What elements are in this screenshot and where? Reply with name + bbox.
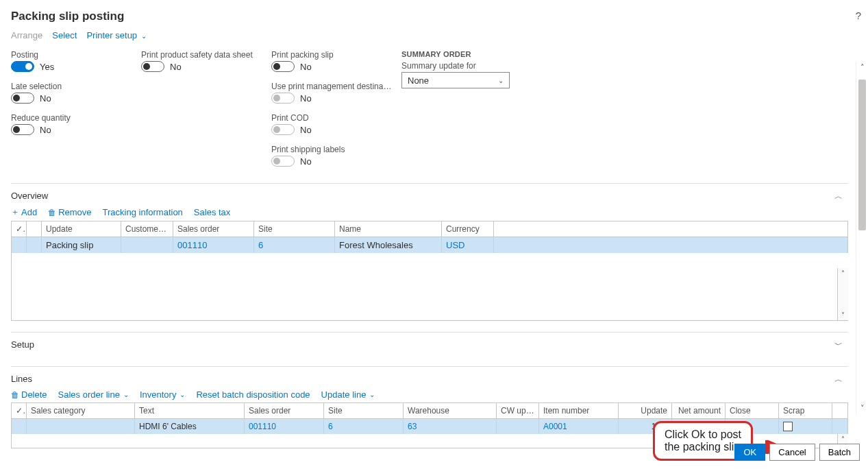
summary-update-for-select[interactable]: None ⌄ <box>401 72 510 88</box>
setup-title: Setup <box>11 339 848 350</box>
lines-row-site[interactable]: 6 <box>324 419 404 434</box>
lines-sol-label: Sales order line <box>58 389 120 400</box>
lines-col-check[interactable]: ✓ <box>12 403 27 418</box>
print-psds-label: Print product safety data sheet <box>141 50 271 60</box>
trash-icon: 🗑 <box>11 390 19 400</box>
chevron-down-icon: ⌄ <box>141 32 147 40</box>
lines-col-sales-category[interactable]: Sales category <box>27 403 135 418</box>
scroll-up-icon[interactable]: ˄ <box>841 434 845 444</box>
overview-row-site[interactable]: 6 <box>254 237 335 253</box>
lines-col-net-amount[interactable]: Net amount <box>672 403 726 418</box>
lines-col-close[interactable]: Close <box>726 403 779 418</box>
scrap-checkbox[interactable] <box>783 422 793 431</box>
overview-col-check[interactable]: ✓ <box>12 221 27 237</box>
page-title: Packing slip posting <box>11 10 848 23</box>
lines-title: Lines <box>11 374 848 384</box>
overview-add-button[interactable]: ＋Add <box>11 206 37 218</box>
overview-col-customer-pa[interactable]: Customer pa… <box>121 221 173 237</box>
print-packing-slip-value: No <box>300 62 312 72</box>
overview-col-update[interactable]: Update <box>42 221 121 237</box>
print-packing-slip-label: Print packing slip <box>271 50 401 60</box>
lines-delete-button[interactable]: 🗑Delete <box>11 389 47 400</box>
lines-col-warehouse[interactable]: Warehouse <box>404 403 497 418</box>
overview-grid-header: ✓ Update Customer pa… Sales order Site N… <box>12 221 848 237</box>
cancel-button[interactable]: Cancel <box>769 444 815 461</box>
lines-collapse[interactable]: ︿ <box>834 374 843 385</box>
trash-icon: 🗑 <box>48 208 56 217</box>
parameters-panel: Posting Yes Late selection No Reduce qua… <box>11 50 848 176</box>
lines-col-update[interactable]: Update <box>619 403 672 418</box>
lines-grid-header: ✓ Sales category Text Sales order Site W… <box>12 403 848 419</box>
reduce-quantity-toggle[interactable] <box>11 124 34 135</box>
print-psds-value: No <box>170 62 182 72</box>
print-cod-label: Print COD <box>271 113 401 123</box>
overview-row-sales-order[interactable]: 001110 <box>173 237 254 253</box>
lines-row-text: HDMI 6' Cables <box>135 419 245 434</box>
lines-reset-batch-button[interactable]: Reset batch disposition code <box>196 389 310 400</box>
lines-row-scrap[interactable] <box>779 419 832 434</box>
setup-fasttab[interactable]: Setup ﹀ <box>11 332 848 362</box>
overview-col-site[interactable]: Site <box>254 221 335 237</box>
lines-update-line-label: Update line <box>321 389 367 400</box>
chevron-down-icon: ⌄ <box>498 77 504 84</box>
scroll-up-icon[interactable]: ˄ <box>856 63 868 72</box>
print-psds-toggle[interactable] <box>141 61 164 72</box>
print-shipping-labels-value: No <box>300 156 312 167</box>
overview-tracking-button[interactable]: Tracking information <box>103 207 183 217</box>
overview-add-label: Add <box>21 207 37 217</box>
print-shipping-labels-label: Print shipping labels <box>271 145 401 154</box>
posting-label: Posting <box>11 50 141 60</box>
lines-col-cw-update[interactable]: CW update <box>497 403 539 418</box>
lines-col-scrap[interactable]: Scrap <box>779 403 832 418</box>
lines-col-site[interactable]: Site <box>324 403 404 418</box>
overview-grid: ✓ Update Customer pa… Sales order Site N… <box>11 221 848 321</box>
use-print-mgmt-value: No <box>300 93 312 104</box>
plus-icon: ＋ <box>11 206 19 218</box>
dialog-footer: OK Cancel Batch <box>734 444 860 461</box>
lines-inventory-button[interactable]: Inventory⌄ <box>140 389 185 400</box>
scroll-down-icon[interactable]: ˅ <box>856 404 868 413</box>
scrollbar-thumb[interactable] <box>858 80 866 230</box>
late-selection-value: No <box>40 93 51 104</box>
overview-remove-button[interactable]: 🗑Remove <box>48 207 91 217</box>
chevron-down-icon: ⌄ <box>123 391 129 398</box>
lines-toolbar: 🗑Delete Sales order line⌄ Inventory⌄ Res… <box>11 389 848 400</box>
overview-salestax-button[interactable]: Sales tax <box>194 207 230 217</box>
overview-row[interactable]: Packing slip 001110 6 Forest Wholesales … <box>12 237 848 253</box>
overview-row-currency[interactable]: USD <box>442 237 494 253</box>
overview-title: Overview <box>11 191 848 201</box>
posting-toggle[interactable] <box>11 61 34 72</box>
help-icon[interactable]: ? <box>856 10 861 21</box>
overview-row-name: Forest Wholesales <box>335 237 442 253</box>
lines-update-line-button[interactable]: Update line⌄ <box>321 389 375 400</box>
page-scrollbar[interactable]: ˄ ˅ <box>856 62 868 414</box>
print-packing-slip-toggle[interactable] <box>271 61 295 72</box>
overview-col-sales-order[interactable]: Sales order <box>173 221 254 237</box>
scroll-up-icon[interactable]: ˄ <box>841 268 845 278</box>
toolbar-printer-setup[interactable]: Printer setup ⌄ <box>86 30 146 40</box>
lines-col-text[interactable]: Text <box>135 403 245 418</box>
lines-col-sales-order[interactable]: Sales order <box>245 403 324 418</box>
lines-row-sales-order[interactable]: 001110 <box>245 419 324 434</box>
lines-inventory-label: Inventory <box>140 389 176 400</box>
scroll-down-icon[interactable]: ˅ <box>841 310 845 320</box>
summary-update-for-label: Summary update for <box>401 61 538 71</box>
lines-row-warehouse[interactable]: 63 <box>404 419 497 434</box>
ok-button[interactable]: OK <box>734 444 765 461</box>
print-shipping-labels-toggle <box>271 156 295 167</box>
lines-row-item-number[interactable]: A0001 <box>539 419 619 434</box>
overview-grid-scrollbar[interactable]: ˄ ˅ <box>837 268 848 320</box>
print-cod-toggle <box>271 124 295 135</box>
overview-toolbar: ＋Add 🗑Remove Tracking information Sales … <box>11 206 848 218</box>
lines-sales-order-line-button[interactable]: Sales order line⌄ <box>58 389 129 400</box>
lines-col-item-number[interactable]: Item number <box>539 403 619 418</box>
toolbar-select[interactable]: Select <box>52 30 77 40</box>
chevron-down-icon: ⌄ <box>179 391 185 398</box>
overview-remove-label: Remove <box>58 207 91 217</box>
overview-col-currency[interactable]: Currency <box>442 221 494 237</box>
late-selection-toggle[interactable] <box>11 93 34 104</box>
batch-button[interactable]: Batch <box>819 444 860 461</box>
overview-collapse[interactable]: ︿ <box>834 191 843 202</box>
setup-expand[interactable]: ﹀ <box>834 339 843 351</box>
overview-col-name[interactable]: Name <box>335 221 442 237</box>
